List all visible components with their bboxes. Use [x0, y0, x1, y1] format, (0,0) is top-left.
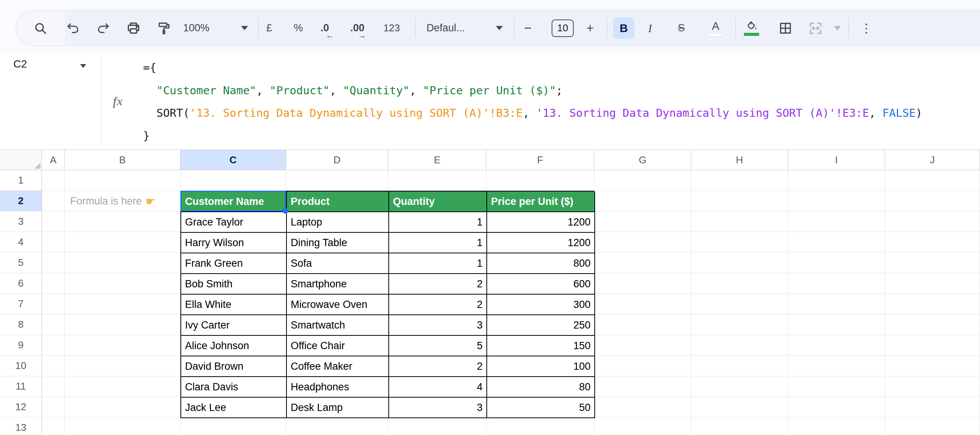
- table-cell[interactable]: 50: [487, 398, 595, 418]
- cell-B5[interactable]: [65, 253, 180, 273]
- cell-G5[interactable]: [594, 253, 691, 273]
- cell-B8[interactable]: [65, 314, 180, 335]
- table-cell[interactable]: 1: [389, 253, 487, 274]
- table-cell[interactable]: 2: [389, 356, 487, 377]
- cell-H5[interactable]: [691, 253, 788, 273]
- cell-E1[interactable]: [388, 170, 486, 191]
- table-cell[interactable]: 3: [389, 398, 487, 418]
- increase-font-size-button[interactable]: +: [586, 10, 594, 47]
- cell-H7[interactable]: [691, 294, 788, 314]
- cell-J4[interactable]: [885, 232, 980, 253]
- cell-G4[interactable]: [594, 232, 691, 253]
- cell-A9[interactable]: [42, 335, 65, 356]
- row-header-1[interactable]: 1: [0, 170, 42, 191]
- cell-B7[interactable]: [65, 294, 180, 314]
- table-cell[interactable]: Jack Lee: [181, 398, 287, 418]
- cell-I12[interactable]: [788, 397, 885, 417]
- table-cell[interactable]: Ella White: [181, 295, 287, 315]
- row-header-7[interactable]: 7: [0, 294, 42, 314]
- cell-A11[interactable]: [42, 376, 65, 397]
- table-cell[interactable]: 4: [389, 377, 487, 398]
- cell-G6[interactable]: [594, 273, 691, 294]
- table-cell[interactable]: 80: [487, 377, 595, 398]
- table-cell[interactable]: 1200: [487, 233, 595, 253]
- row-header-5[interactable]: 5: [0, 253, 42, 273]
- table-cell[interactable]: 2: [389, 295, 487, 315]
- cell-C1[interactable]: [180, 170, 286, 191]
- cell-A5[interactable]: [42, 253, 65, 273]
- column-header-G[interactable]: G: [594, 150, 691, 170]
- cell-B3[interactable]: [65, 211, 180, 232]
- name-box[interactable]: C2: [13, 58, 27, 70]
- table-cell[interactable]: Desk Lamp: [287, 398, 389, 418]
- cell-G2[interactable]: [594, 191, 691, 211]
- undo-icon[interactable]: [66, 10, 80, 47]
- cell-A1[interactable]: [42, 170, 65, 191]
- cell-B10[interactable]: [65, 356, 180, 376]
- merge-caret-icon[interactable]: [834, 10, 841, 47]
- select-all-corner[interactable]: [0, 150, 42, 170]
- cell-B12[interactable]: [65, 397, 180, 417]
- cell-A4[interactable]: [42, 232, 65, 253]
- cell-I7[interactable]: [788, 294, 885, 314]
- cell-B13[interactable]: [65, 417, 180, 435]
- cell-J11[interactable]: [885, 376, 980, 397]
- cell-H13[interactable]: [691, 417, 788, 435]
- decrease-font-size-button[interactable]: −: [524, 10, 532, 47]
- row-header-12[interactable]: 12: [0, 397, 42, 417]
- row-header-13[interactable]: 13: [0, 417, 42, 435]
- cell-J3[interactable]: [885, 211, 980, 232]
- table-cell[interactable]: Laptop: [287, 212, 389, 233]
- cell-A10[interactable]: [42, 356, 65, 376]
- cell-H4[interactable]: [691, 232, 788, 253]
- column-header-F[interactable]: F: [486, 150, 594, 170]
- table-cell[interactable]: David Brown: [181, 356, 287, 377]
- cell-A12[interactable]: [42, 397, 65, 417]
- cell-A7[interactable]: [42, 294, 65, 314]
- column-header-A[interactable]: A: [42, 150, 65, 170]
- cell-D13[interactable]: [286, 417, 388, 435]
- cell-J12[interactable]: [885, 397, 980, 417]
- table-cell[interactable]: 1: [389, 212, 487, 233]
- table-cell[interactable]: 150: [487, 336, 595, 356]
- cell-A3[interactable]: [42, 211, 65, 232]
- column-header-J[interactable]: J: [885, 150, 980, 170]
- table-cell[interactable]: 100: [487, 356, 595, 377]
- cell-G10[interactable]: [594, 356, 691, 376]
- merge-cells-icon[interactable]: [808, 10, 823, 47]
- cell-G7[interactable]: [594, 294, 691, 314]
- font-size-input[interactable]: 10: [552, 10, 574, 47]
- cell-G3[interactable]: [594, 211, 691, 232]
- table-cell[interactable]: Coffee Maker: [287, 356, 389, 377]
- column-header-H[interactable]: H: [691, 150, 788, 170]
- row-header-10[interactable]: 10: [0, 356, 42, 376]
- cell-I4[interactable]: [788, 232, 885, 253]
- row-header-4[interactable]: 4: [0, 232, 42, 253]
- paint-format-icon[interactable]: [157, 10, 171, 47]
- cell-F13[interactable]: [486, 417, 594, 435]
- table-cell[interactable]: Office Chair: [287, 336, 389, 356]
- note-cell-b2[interactable]: Formula is here ☛: [65, 191, 180, 211]
- table-cell[interactable]: 5: [389, 336, 487, 356]
- cell-J13[interactable]: [885, 417, 980, 435]
- italic-button[interactable]: I: [648, 10, 652, 47]
- cell-B1[interactable]: [65, 170, 180, 191]
- cell-G12[interactable]: [594, 397, 691, 417]
- table-cell[interactable]: 2: [389, 274, 487, 295]
- cell-I9[interactable]: [788, 335, 885, 356]
- cell-D1[interactable]: [286, 170, 388, 191]
- cell-H12[interactable]: [691, 397, 788, 417]
- cell-I8[interactable]: [788, 314, 885, 335]
- increase-decimal-button[interactable]: .00→: [350, 10, 365, 47]
- text-color-button[interactable]: A: [708, 10, 723, 47]
- cell-G11[interactable]: [594, 376, 691, 397]
- cell-A6[interactable]: [42, 273, 65, 294]
- table-cell[interactable]: 800: [487, 253, 595, 274]
- decrease-decimal-button[interactable]: .0←: [320, 10, 329, 47]
- column-header-D[interactable]: D: [286, 150, 388, 170]
- table-cell[interactable]: 1: [389, 233, 487, 253]
- cell-H11[interactable]: [691, 376, 788, 397]
- cell-G8[interactable]: [594, 314, 691, 335]
- cell-J8[interactable]: [885, 314, 980, 335]
- cell-I2[interactable]: [788, 191, 885, 211]
